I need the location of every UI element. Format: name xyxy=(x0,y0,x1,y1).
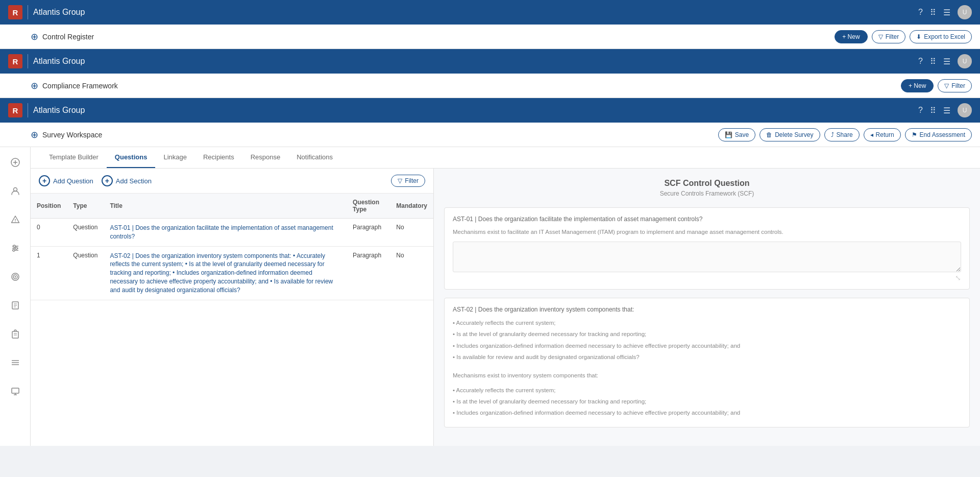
save-button[interactable]: 💾 Save xyxy=(718,128,755,141)
new-button-2[interactable]: + New xyxy=(901,79,934,92)
logo-3: R xyxy=(8,103,22,117)
add-question-button[interactable]: + Add Question xyxy=(39,175,93,186)
q1-textarea[interactable] xyxy=(453,242,961,272)
q1-label: AST-01 | Does the organization facilitat… xyxy=(453,215,961,224)
tab-response[interactable]: Response xyxy=(242,147,289,168)
q2-desc-bullet-1: • Accurately reflects the current system… xyxy=(453,386,961,395)
user-avatar-3[interactable]: U xyxy=(958,103,972,117)
scf-header: SCF Control Question Secure Controls Fra… xyxy=(444,179,970,197)
svg-point-9 xyxy=(13,245,15,247)
share-button[interactable]: ⤴ Share xyxy=(824,128,860,141)
tab-notifications[interactable]: Notifications xyxy=(288,147,341,168)
topbar-title-1: Atlantis Group xyxy=(33,8,85,17)
add-question-icon: + xyxy=(39,175,50,186)
row2-position: 1 xyxy=(31,246,67,300)
divider-3 xyxy=(28,103,28,117)
svg-point-11 xyxy=(13,249,15,251)
row1-qtype: Paragraph xyxy=(347,219,390,247)
user-avatar-1[interactable]: U xyxy=(958,5,972,19)
delete-survey-button[interactable]: 🗑 Delete Survey xyxy=(760,128,820,141)
grid-icon-1[interactable]: ⠿ xyxy=(930,8,936,17)
add-icon-3[interactable]: ⊕ xyxy=(31,129,38,140)
menu-icon-1[interactable]: ☰ xyxy=(943,8,950,17)
new-button-1[interactable]: + New xyxy=(835,30,867,43)
sidebar-icon-monitor[interactable] xyxy=(6,382,24,400)
help-icon-1[interactable]: ? xyxy=(918,8,923,17)
filter-icon-1: ▽ xyxy=(878,33,883,40)
subbar-1: ⊕ Control Register + New ▽ Filter ⬇ Expo… xyxy=(0,25,980,49)
svg-point-10 xyxy=(15,247,17,249)
row1-title-link[interactable]: AST-01 | Does the organization facilitat… xyxy=(110,224,333,240)
tab-linkage[interactable]: Linkage xyxy=(155,147,195,168)
workspace-subbar: ⊕ Survey Workspace 💾 Save 🗑 Delete Surve… xyxy=(0,123,980,147)
topbar-3: R Atlantis Group ? ⠿ ☰ U xyxy=(0,98,980,123)
logo-2: R xyxy=(8,54,22,68)
col-position: Position xyxy=(31,194,67,219)
topbar-title-2: Atlantis Group xyxy=(33,57,85,66)
menu-icon-2[interactable]: ☰ xyxy=(943,57,950,66)
filter-button-1[interactable]: ▽ Filter xyxy=(872,30,906,43)
row2-qtype: Paragraph xyxy=(347,246,390,300)
sidebar-icon-warning[interactable] xyxy=(6,210,24,229)
sidebar-icon-clipboard[interactable] xyxy=(6,325,24,343)
return-icon: ◂ xyxy=(870,131,873,138)
logo-1: R xyxy=(8,5,22,19)
q2-desc-bullet-2: • Is at the level of granularity deemed … xyxy=(453,397,961,406)
questions-table: Position Type Title Question Type Mandat… xyxy=(31,194,433,446)
questions-panel: + Add Question + Add Section ▽ Filter xyxy=(31,169,434,446)
col-mandatory: Mandatory xyxy=(390,194,433,219)
q2-bullet-2: • Is at the level of granularity deemed … xyxy=(453,329,961,339)
row1-title[interactable]: AST-01 | Does the organization facilitat… xyxy=(104,219,347,247)
row1-position: 0 xyxy=(31,219,67,247)
end-assessment-button[interactable]: ⚑ End Assessment xyxy=(905,128,972,141)
sidebar-icon-user[interactable] xyxy=(6,182,24,200)
workspace-title: Survey Workspace xyxy=(42,131,102,139)
tab-recipients[interactable]: Recipients xyxy=(195,147,242,168)
user-avatar-2[interactable]: U xyxy=(958,54,972,68)
questions-area: + Add Question + Add Section ▽ Filter xyxy=(31,169,980,446)
row2-type: Question xyxy=(67,246,104,300)
save-icon: 💾 xyxy=(725,131,732,138)
subbar-title-2: Compliance Framework xyxy=(42,82,118,90)
sidebar-icon-sliders[interactable] xyxy=(6,239,24,257)
row2-title[interactable]: AST-02 | Does the organization inventory… xyxy=(104,246,347,300)
grid-icon-2[interactable]: ⠿ xyxy=(930,57,936,66)
grid-icon-3[interactable]: ⠿ xyxy=(930,106,936,115)
help-icon-3[interactable]: ? xyxy=(918,106,923,115)
topbar-2: R Atlantis Group ? ⠿ ☰ U xyxy=(0,49,980,74)
filter-button-questions[interactable]: ▽ Filter xyxy=(391,175,425,187)
col-qtype: Question Type xyxy=(347,194,390,219)
sidebar-icon-add[interactable] xyxy=(6,153,24,172)
divider-2 xyxy=(28,54,28,68)
divider-1 xyxy=(28,5,28,19)
sidebar-icon-document[interactable] xyxy=(6,296,24,315)
add-icon-2[interactable]: ⊕ xyxy=(31,80,38,91)
scf-subtitle: Secure Controls Framework (SCF) xyxy=(444,190,970,197)
add-icon-1[interactable]: ⊕ xyxy=(31,31,38,42)
preview-panel: SCF Control Question Secure Controls Fra… xyxy=(434,169,980,446)
menu-icon-3[interactable]: ☰ xyxy=(943,106,950,115)
table-row: 1 Question AST-02 | Does the organizatio… xyxy=(31,246,433,300)
row2-mandatory: No xyxy=(390,246,433,300)
tab-questions[interactable]: Questions xyxy=(107,147,156,168)
end-icon: ⚑ xyxy=(912,131,917,138)
add-section-button[interactable]: + Add Section xyxy=(102,175,152,186)
q2-bullet-3: • Includes organization-defined informat… xyxy=(453,341,961,350)
return-button[interactable]: ◂ Return xyxy=(864,128,901,141)
questions-toolbar: + Add Question + Add Section ▽ Filter xyxy=(31,169,433,194)
q1-description: Mechanisms exist to facilitate an IT Ass… xyxy=(453,228,961,236)
export-button-1[interactable]: ⬇ Export to Excel xyxy=(910,30,972,43)
scf-title: SCF Control Question xyxy=(444,179,970,188)
sidebar-icon-list[interactable] xyxy=(6,353,24,372)
q2-label: AST-02 | Does the organization inventory… xyxy=(453,305,961,314)
svg-point-5 xyxy=(15,221,16,222)
tab-template-builder[interactable]: Template Builder xyxy=(41,147,107,168)
add-section-icon: + xyxy=(102,175,113,186)
filter-button-2[interactable]: ▽ Filter xyxy=(938,79,972,92)
sidebar-icon-target[interactable] xyxy=(6,268,24,286)
tabs-bar: Template Builder Questions Linkage Recip… xyxy=(31,147,980,169)
subbar-2: ⊕ Compliance Framework + New ▽ Filter xyxy=(0,74,980,98)
help-icon-2[interactable]: ? xyxy=(918,57,923,66)
subbar-title-1: Control Register xyxy=(42,33,94,41)
row2-title-link[interactable]: AST-02 | Does the organization inventory… xyxy=(110,252,333,294)
